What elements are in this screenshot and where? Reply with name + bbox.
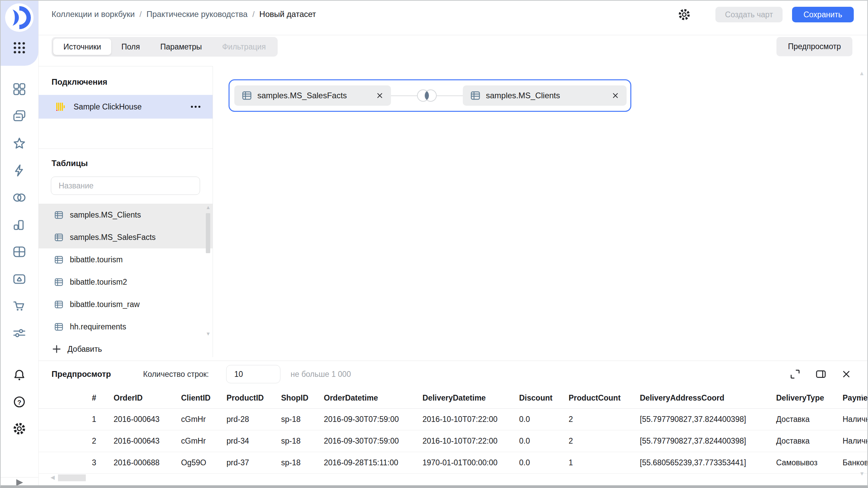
tab-strip: ИсточникиПоляПараметрыФильтрация Предпро… <box>38 35 867 66</box>
help-icon[interactable]: ? <box>12 395 26 409</box>
preview-cell: Наличные <box>843 415 867 424</box>
source-chip-salesfacts[interactable]: samples.MS_SalesFacts <box>234 85 391 106</box>
breadcrumb-item[interactable]: Практические руководства <box>146 9 248 19</box>
preview-table-row: 32016-000688Og59Oprd-37sp-182016-09-28T1… <box>38 452 867 474</box>
remove-source-icon[interactable] <box>377 92 383 99</box>
files-folder-icon[interactable] <box>12 272 26 286</box>
canvas-scroll-up-icon[interactable]: ▲ <box>859 70 865 77</box>
settings-gear-icon[interactable] <box>12 422 26 436</box>
preview-cell: 1970-01-01T00:00:00 <box>422 458 519 467</box>
apps-grid-icon[interactable] <box>12 41 26 55</box>
column-header: DeliveryType <box>776 393 843 403</box>
connections-panel: Подключения Sample ClickHouse Табл <box>38 66 213 357</box>
breadcrumb-item[interactable]: Коллекции и воркбуки <box>52 9 135 19</box>
rail-divider <box>1 477 38 477</box>
create-chart-button[interactable]: Создать чарт <box>715 7 782 22</box>
table-list-item[interactable]: bibattle.tourism <box>38 248 213 271</box>
preview-scroll-left-icon[interactable]: ◀ <box>51 474 55 481</box>
table-list-item[interactable]: bibattle.tourism_raw <box>38 293 213 316</box>
preview-cell: 2 <box>89 436 114 446</box>
source-table-name: samples.MS_SalesFacts <box>257 91 377 100</box>
relations-venn-icon[interactable] <box>12 190 26 205</box>
preview-cell: cGmHr <box>181 415 226 424</box>
preview-cell: 2 <box>569 415 640 424</box>
table-list-item[interactable]: samples.MS_Clients <box>38 204 213 226</box>
preview-cell: cGmHr <box>181 436 226 446</box>
table-name: hh.requirements <box>70 322 126 331</box>
expand-rail-button[interactable] <box>15 479 24 487</box>
column-header: OrderID <box>114 393 181 403</box>
connection-item[interactable]: Sample ClickHouse <box>38 95 213 119</box>
scroll-up-icon[interactable]: ▲ <box>205 204 211 210</box>
column-header: DeliveryDatetime <box>422 393 519 403</box>
preview-hscrollbar-thumb[interactable] <box>58 474 86 481</box>
table-name: bibattle.tourism_raw <box>70 300 140 309</box>
preview-cell: Доставка <box>776 436 843 446</box>
preview-cell: 2016-000643 <box>114 436 181 446</box>
preview-cell: 0.0 <box>519 436 569 446</box>
breadcrumb: Коллекции и воркбуки/Практические руково… <box>52 1 316 28</box>
collections-icon[interactable] <box>12 109 26 123</box>
table-list-item[interactable]: samples.MS_SalesFacts <box>38 226 213 248</box>
row-count-input[interactable] <box>226 365 280 383</box>
preview-cell: sp-18 <box>281 415 324 424</box>
preview-cell: sp-18 <box>281 436 324 446</box>
services-sliders-icon[interactable] <box>12 326 26 340</box>
rail-top-block <box>1 1 38 66</box>
close-preview-icon[interactable] <box>841 369 852 380</box>
preview-toggle-button[interactable]: Предпросмотр <box>776 37 852 56</box>
table-name: bibattle.tourism <box>70 255 123 264</box>
panel-divider <box>38 148 213 149</box>
connection-name: Sample ClickHouse <box>74 102 142 111</box>
preview-cell: Og59O <box>181 458 226 467</box>
tab-item[interactable]: Источники <box>53 39 111 55</box>
column-header: OrderDatetime <box>324 393 422 403</box>
preview-panel: Предпросмотр Количество строк: не больше… <box>38 361 867 485</box>
preview-cell: [55.797790827,37.824400398] <box>640 436 776 446</box>
preview-scroll-up-icon[interactable]: ▲ <box>859 392 865 398</box>
quick-actions-bolt-icon[interactable] <box>12 163 26 178</box>
connections-title: Подключения <box>52 77 107 87</box>
connection-menu-button[interactable] <box>190 95 201 119</box>
dataset-settings-gear-icon[interactable] <box>677 8 691 21</box>
scroll-down-icon[interactable]: ▼ <box>205 331 211 337</box>
table-icon <box>54 210 63 220</box>
preview-table-header: #OrderIDClientIDProductIDShopIDOrderDate… <box>38 387 867 409</box>
remove-source-icon[interactable] <box>612 92 619 99</box>
table-icon <box>54 278 63 287</box>
top-bar: Коллекции и воркбуки/Практические руково… <box>38 1 867 35</box>
selected-sources-group[interactable]: samples.MS_SalesFacts <box>229 79 631 112</box>
preview-cell: 1 <box>569 458 640 467</box>
column-header: ShopID <box>281 393 324 403</box>
notifications-bell-icon[interactable] <box>12 368 26 382</box>
preview-cell: [55.680565239,37.773353441] <box>640 458 776 467</box>
split-view-icon[interactable] <box>815 368 827 380</box>
preview-cell: 2016-10-10T07:22:00 <box>422 415 519 424</box>
table-list-item[interactable]: bibattle.tourism2 <box>38 271 213 293</box>
table-search-input[interactable] <box>51 177 200 195</box>
table-icon <box>54 255 63 264</box>
tab-item[interactable]: Параметры <box>150 39 212 55</box>
source-chip-clients[interactable]: samples.MS_Clients <box>463 85 627 106</box>
preview-cell: 2016-000643 <box>114 415 181 424</box>
column-header: ProductID <box>226 393 281 403</box>
add-table-button[interactable]: Добавить <box>52 342 102 357</box>
source-table-name: samples.MS_Clients <box>486 91 612 100</box>
nav-grid-icon[interactable] <box>12 82 26 96</box>
datalens-logo-icon[interactable] <box>5 3 34 32</box>
tab-item[interactable]: Поля <box>111 39 150 55</box>
column-header: DeliveryAddressCoord <box>640 393 776 403</box>
expand-preview-icon[interactable] <box>789 368 801 380</box>
marketplace-cart-icon[interactable] <box>12 299 26 313</box>
charts-icon[interactable] <box>12 218 26 232</box>
table-list-scrollbar[interactable]: ▲ ▼ <box>205 204 211 337</box>
column-header: ClientID <box>181 393 226 403</box>
save-button[interactable]: Сохранить <box>792 7 854 22</box>
join-type-icon[interactable] <box>414 86 440 105</box>
preview-scroll-down-icon[interactable]: ▼ <box>859 471 865 477</box>
tables-grid-icon[interactable] <box>12 245 26 259</box>
favorites-star-icon[interactable] <box>12 136 26 150</box>
table-list-item[interactable]: hh.requirements <box>38 316 213 338</box>
scrollbar-thumb[interactable] <box>206 213 210 253</box>
preview-cell: Самовывоз <box>776 458 843 467</box>
